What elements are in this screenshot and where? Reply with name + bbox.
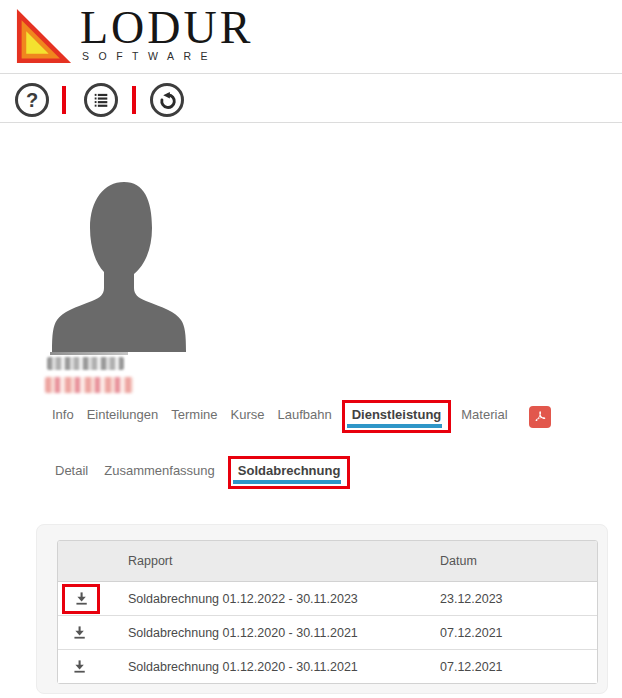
- brand-title: LODUR: [80, 8, 253, 48]
- subtab-soldabrechnung[interactable]: Soldabrechnung: [228, 456, 351, 489]
- header-divider: [0, 73, 622, 74]
- annotation-box: [62, 584, 100, 614]
- datum-cell: 07.12.2021: [440, 626, 597, 640]
- toolbar-divider: [0, 122, 622, 123]
- tab-kurse[interactable]: Kurse: [231, 403, 265, 430]
- soldabrechnung-card: Rapport Datum Soldabre: [36, 524, 608, 694]
- adobe-pdf-icon: [531, 408, 548, 425]
- col-header-datum: Datum: [440, 554, 597, 568]
- tab-material[interactable]: Material: [461, 403, 507, 430]
- help-icon: ?: [26, 90, 38, 110]
- person-silhouette-icon: [52, 170, 192, 352]
- tab-termine[interactable]: Termine: [171, 403, 217, 430]
- table-row: Soldabrechnung 01.12.2022 - 30.11.2023 2…: [58, 582, 597, 616]
- subtab-zusammenfassung[interactable]: Zusammenfassung: [104, 459, 215, 486]
- sub-nav: Detail Zusammenfassung Soldabrechnung: [55, 459, 347, 486]
- profile-photo-placeholder: [52, 170, 192, 352]
- lodur-page: LODUR SOFTWARE ?: [0, 0, 622, 698]
- rapport-cell: Soldabrechnung 01.12.2022 - 30.11.2023: [128, 592, 440, 606]
- download-icon: [74, 591, 89, 606]
- rapport-table: Rapport Datum Soldabre: [57, 540, 598, 684]
- tab-dienstleistung[interactable]: Dienstleistung: [342, 400, 452, 433]
- redacted-person-name: [47, 357, 124, 370]
- download-button[interactable]: [64, 656, 94, 678]
- table-row: Soldabrechnung 01.12.2020 - 30.11.2021 0…: [58, 650, 597, 683]
- photo-caption-smudge: [50, 352, 128, 355]
- main-nav: Info Einteilungen Termine Kurse Laufbahn…: [52, 403, 551, 430]
- subtab-detail[interactable]: Detail: [55, 459, 88, 486]
- toolbar-separator: [62, 86, 66, 114]
- datum-cell: 23.12.2023: [440, 592, 597, 606]
- datum-cell: 07.12.2021: [440, 660, 597, 674]
- table-header-row: Rapport Datum: [58, 541, 597, 582]
- download-button[interactable]: [64, 622, 94, 644]
- download-icon: [72, 659, 87, 674]
- tab-info[interactable]: Info: [52, 403, 74, 430]
- rapport-cell: Soldabrechnung 01.12.2020 - 30.11.2021: [128, 660, 440, 674]
- toolbar: ?: [0, 80, 622, 120]
- col-header-rapport: Rapport: [128, 554, 440, 568]
- toolbar-separator: [132, 86, 136, 114]
- redacted-phone-number: [45, 377, 133, 393]
- pdf-export-button[interactable]: [529, 406, 551, 428]
- rapport-cell: Soldabrechnung 01.12.2020 - 30.11.2021: [128, 626, 440, 640]
- tab-laufbahn[interactable]: Laufbahn: [277, 403, 331, 430]
- back-button[interactable]: [150, 83, 184, 117]
- download-button[interactable]: [66, 588, 96, 610]
- tab-einteilungen[interactable]: Einteilungen: [87, 403, 159, 430]
- lodur-logo: LODUR SOFTWARE: [16, 8, 253, 64]
- help-button[interactable]: ?: [15, 83, 49, 117]
- undo-back-icon: [158, 91, 177, 110]
- lodur-logo-triangle-icon: [16, 8, 72, 64]
- menu-list-button[interactable]: [84, 83, 118, 117]
- table-row: Soldabrechnung 01.12.2020 - 30.11.2021 0…: [58, 616, 597, 650]
- download-icon: [72, 625, 87, 640]
- menu-list-icon: [92, 91, 110, 109]
